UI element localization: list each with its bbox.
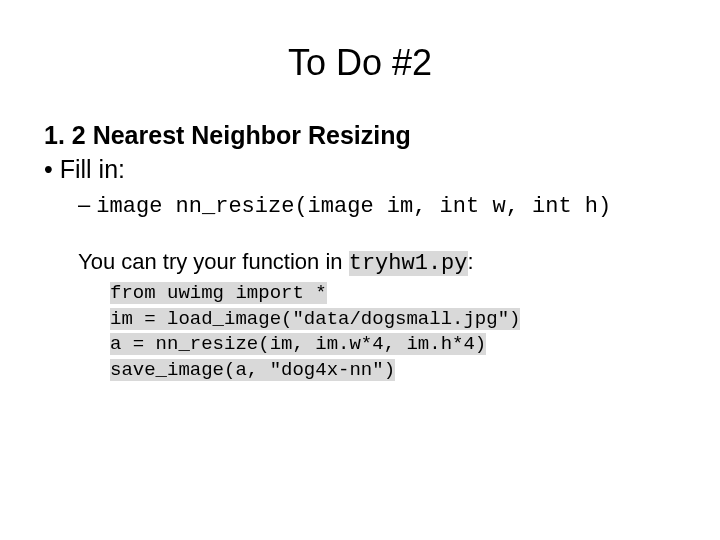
try-suffix: : [468,249,474,274]
slide-title: To Do #2 [0,42,720,84]
try-prefix: You can try your function in [78,249,349,274]
function-signature: image nn_resize(image im, int w, int h) [96,194,611,219]
code-line-3: a = nn_resize(im, im.w*4, im.h*4) [110,333,486,355]
dash-bullet [78,192,96,217]
function-signature-line: image nn_resize(image im, int w, int h) [78,192,676,219]
slide-body: 1. 2 Nearest Neighbor Resizing Fill in: … [0,120,720,383]
code-line-4: save_image(a, "dog4x-nn") [110,359,395,381]
section-heading: 1. 2 Nearest Neighbor Resizing [44,120,676,151]
bullet-fill-in: Fill in: [44,153,676,186]
code-block: from uwimg import * im = load_image("dat… [110,280,676,383]
try-line: You can try your function in tryhw1.py: [78,249,676,276]
code-line-2: im = load_image("data/dogsmall.jpg") [110,308,520,330]
code-line-1: from uwimg import * [110,282,327,304]
try-filename: tryhw1.py [349,251,468,276]
slide: To Do #2 1. 2 Nearest Neighbor Resizing … [0,42,720,540]
